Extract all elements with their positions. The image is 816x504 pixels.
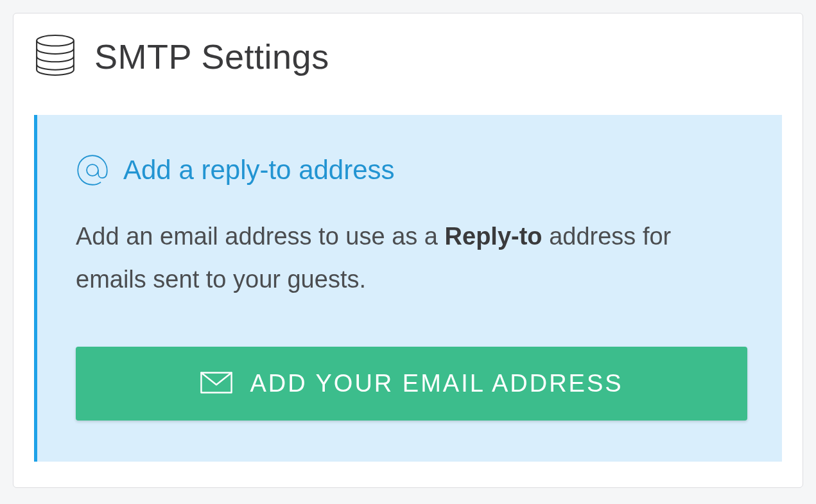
smtp-settings-card: SMTP Settings Add a reply-to address Add…	[13, 13, 803, 488]
page-title: SMTP Settings	[94, 37, 329, 76]
svg-point-0	[37, 35, 74, 46]
callout-description: Add an email address to use as a Reply-t…	[76, 215, 747, 300]
callout-title-row: Add a reply-to address	[76, 153, 747, 187]
svg-point-1	[87, 164, 98, 176]
callout-desc-prefix: Add an email address to use as a	[76, 223, 445, 250]
card-header: SMTP Settings	[34, 34, 782, 79]
add-email-button[interactable]: ADD YOUR EMAIL ADDRESS	[76, 347, 747, 421]
envelope-icon	[200, 370, 233, 397]
reply-to-callout: Add a reply-to address Add an email addr…	[34, 115, 782, 462]
at-sign-icon	[76, 153, 109, 187]
callout-desc-bold: Reply-to	[445, 223, 543, 250]
callout-title: Add a reply-to address	[123, 155, 395, 186]
database-icon	[34, 34, 76, 79]
add-email-button-label: ADD YOUR EMAIL ADDRESS	[250, 370, 623, 397]
